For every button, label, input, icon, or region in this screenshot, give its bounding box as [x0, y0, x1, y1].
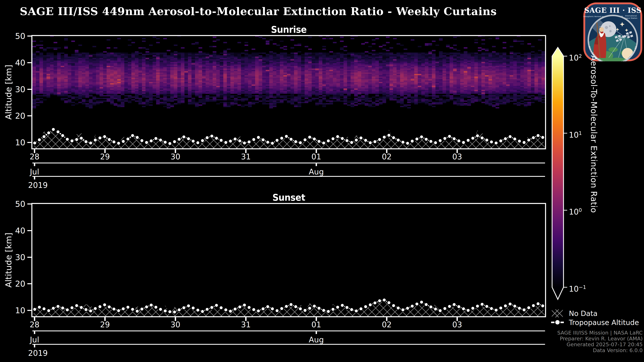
tropopause-swatch [551, 319, 564, 326]
month-axis-line [32, 331, 545, 331]
y-tick [27, 257, 31, 258]
attribution-line: Data Version: 6.0.0 [557, 348, 643, 353]
legend-tropopause-label: Tropopause Altitude [569, 319, 639, 327]
x-tick-label: 01 [312, 320, 321, 329]
colorbar-label: Aerosol-To-Molecular Extinction Ratio [589, 55, 598, 288]
year-tick [34, 177, 35, 179]
y-tick [27, 62, 31, 63]
attribution: SAGE III/ISS Mission | NASA LaRC Prepare… [557, 330, 643, 353]
month-tick [34, 331, 35, 334]
y-tick-label: 10 [5, 137, 25, 147]
moon-crater [605, 26, 608, 29]
x-tick-label: 31 [241, 152, 251, 161]
month-label: Aug [309, 167, 324, 176]
x-tick-label: 28 [30, 320, 40, 329]
mission-patch-logo: SAGE III · ISS Stratospheric Aerosol and… [583, 2, 642, 61]
y-tick [27, 35, 31, 36]
y-tick [27, 283, 31, 284]
moon-crater [609, 30, 612, 32]
colorbar-tick-label: 101 [569, 128, 582, 140]
month-tick [34, 163, 35, 166]
month-label: Jul [30, 335, 39, 344]
year-tick [34, 345, 35, 348]
year-axis-line [32, 176, 545, 177]
y-tick-label: 50 [5, 31, 25, 41]
month-tick [316, 163, 317, 166]
page-title: SAGE III/ISS 449nm Aerosol-to-Molecular … [20, 5, 497, 17]
legend-no-data-label: No Data [569, 309, 598, 318]
heatmap-panel-sunrise [31, 35, 546, 149]
month-label: Aug [309, 335, 324, 344]
patch-title: SAGE III · ISS [584, 6, 642, 14]
panel-title-sunrise: Sunrise [271, 24, 306, 35]
heatmap-panel-sunset [31, 203, 546, 317]
y-tick [27, 142, 31, 143]
month-label: Jul [30, 167, 39, 176]
year-axis-line [32, 344, 545, 345]
y-tick-label: 10 [5, 305, 25, 316]
heatmap-canvas-sunset [32, 204, 545, 316]
y-tick [27, 310, 31, 311]
panel-title-sunset: Sunset [272, 192, 305, 203]
x-tick-label: 28 [30, 152, 40, 161]
x-tick-label: 29 [100, 320, 110, 329]
y-tick [27, 115, 31, 116]
y-tick [27, 230, 31, 231]
month-tick [316, 331, 317, 334]
moon-crater [609, 25, 611, 27]
x-tick-label: 02 [382, 320, 392, 329]
x-tick-label: 02 [382, 152, 392, 161]
colorbar-tick-label: 10−1 [569, 282, 586, 294]
x-tick-label: 29 [100, 152, 110, 161]
attribution-line: SAGE III/ISS Mission | NASA LaRC [557, 330, 643, 336]
y-axis-label: Altitude [km] [4, 233, 14, 288]
colorbar-tick-label: 100 [569, 205, 582, 217]
y-tick-label: 50 [5, 199, 25, 209]
colorbar [550, 45, 585, 302]
year-label: 2019 [28, 349, 48, 358]
x-tick-label: 30 [170, 320, 180, 329]
attribution-line: Generated 2025-07-17 20:45 [557, 342, 643, 348]
patch-subtitle-right-1: International [625, 15, 637, 17]
month-axis-line [32, 163, 545, 163]
colorbar-tick-label: 102 [569, 51, 582, 63]
y-axis-label: Altitude [km] [4, 65, 14, 120]
figure-root: SAGE III/ISS 449nm Aerosol-to-Molecular … [0, 0, 644, 362]
no-data-swatch [552, 309, 563, 318]
earth-land [608, 47, 618, 52]
year-label: 2019 [28, 181, 48, 190]
x-tick-label: 31 [241, 320, 251, 329]
x-tick-label: 03 [452, 320, 462, 329]
colorbar-ticks [564, 56, 567, 287]
colorbar-bar [552, 47, 564, 299]
heatmap-canvas-sunrise [32, 36, 545, 148]
y-tick [27, 203, 31, 204]
x-tick-label: 01 [312, 152, 321, 161]
x-tick-label: 03 [452, 152, 462, 161]
x-tick-label: 30 [170, 152, 180, 161]
attribution-line: Preparer: Kevin R. Leavor (AMA) [557, 336, 643, 342]
y-tick [27, 89, 31, 90]
